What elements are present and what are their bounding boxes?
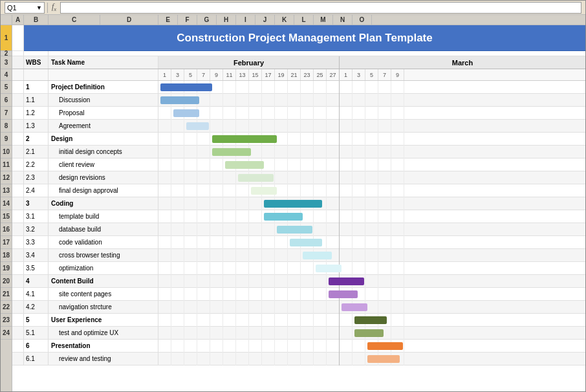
task-cell: Coding [49, 197, 158, 210]
row-num-11: 11 [1, 158, 12, 171]
gantt-row [158, 158, 585, 171]
task-cell: Design [49, 133, 158, 145]
day-cell-21: 21 [288, 69, 301, 80]
wbs-cell: 3 [24, 197, 49, 210]
name-box[interactable]: Q1 ▼ [5, 2, 45, 14]
table-row: 3.2database build [12, 223, 585, 236]
task-cell: final design approval [49, 184, 158, 197]
col-header-M[interactable]: M [314, 15, 333, 25]
row-num-13: 13 [1, 184, 12, 197]
formula-icon: fx [50, 2, 58, 12]
gantt-row [158, 249, 585, 262]
row-num-8: 8 [1, 120, 12, 133]
col-header-N[interactable]: N [333, 15, 353, 25]
task-cell: Content Build [49, 275, 158, 287]
row-num-5: 5 [1, 81, 12, 94]
task-cell: site content pages [49, 288, 158, 300]
task-cell: Proposal [49, 107, 158, 119]
col-header-L[interactable]: L [294, 15, 314, 25]
table-row: 4.2navigation strcture [12, 301, 585, 314]
wbs-cell: 4.2 [24, 301, 49, 313]
wbs-header: WBS [24, 56, 49, 69]
row-numbers: 1 2 3 4 5 6 7 8 9 10 11 12 13 14 15 16 1… [1, 25, 12, 391]
day-cell-23: 23 [301, 69, 314, 80]
table-row: 3.3code validation [12, 236, 585, 249]
col-header-H[interactable]: H [217, 15, 236, 25]
gantt-row [158, 288, 585, 301]
day-headers-row: 1 3 5 7 9 11 13 15 17 19 21 23 25 27 1 3… [12, 69, 585, 81]
gantt-bar [264, 213, 303, 221]
col-header-A[interactable]: A [12, 15, 24, 25]
wbs-cell: 2.1 [24, 146, 49, 158]
day-cell-13: 13 [236, 69, 249, 80]
table-row: 2.3design revisions [12, 171, 585, 184]
col-header-E[interactable]: E [158, 15, 178, 25]
gantt-row [158, 146, 585, 158]
col-header-I[interactable]: I [236, 15, 255, 25]
day-cell-3: 3 [171, 69, 184, 80]
row-num-4: 4 [1, 69, 12, 81]
col-header-O[interactable]: O [353, 15, 372, 25]
gantt-row [158, 301, 585, 314]
formula-divider [47, 3, 48, 13]
gantt-row [158, 94, 585, 107]
row-num-6: 6 [1, 94, 12, 107]
gantt-bar [367, 342, 403, 350]
row-num-7: 7 [1, 107, 12, 120]
dropdown-icon[interactable]: ▼ [36, 5, 42, 11]
corner-cell [1, 15, 12, 25]
task-cell: code validation [49, 236, 158, 248]
wbs-cell: 1.1 [24, 94, 49, 106]
row-num-9: 9 [1, 133, 12, 146]
table-row: 3Coding [12, 197, 585, 210]
table-row: 6.1review and testing [12, 353, 585, 365]
wbs-cell: 1.3 [24, 120, 49, 132]
excel-toolbar: Q1 ▼ fx [1, 1, 585, 15]
col-headers: A B C D E F G H I J K L M N O [1, 15, 585, 25]
day-cell-m3: 3 [353, 69, 365, 80]
wbs-cell: 3.3 [24, 236, 49, 248]
gantt-row [158, 210, 585, 223]
col-header-K[interactable]: K [275, 15, 294, 25]
gantt-bar [160, 83, 212, 91]
gantt-row [158, 327, 585, 340]
row-num-2: 2 [1, 51, 12, 56]
col-header-G[interactable]: G [197, 15, 217, 25]
row-num-19: 19 [1, 262, 12, 275]
gantt-row [158, 107, 585, 120]
task-cell: navigation strcture [49, 301, 158, 313]
table-row: 1.2Proposal [12, 107, 585, 120]
row-num-14: 14 [1, 197, 12, 210]
col-header-D[interactable]: D [100, 15, 158, 25]
task-cell: template build [49, 210, 158, 223]
gantt-bar [342, 303, 367, 311]
col-header-J[interactable]: J [255, 15, 275, 25]
gantt-bar [225, 161, 264, 169]
gantt-bar [354, 329, 384, 337]
task-header: Task Name [49, 56, 158, 69]
col-header-F[interactable]: F [178, 15, 197, 25]
spreadsheet-title: Construction Project Management Plan Tem… [24, 25, 585, 51]
col-header-B[interactable]: B [24, 15, 49, 25]
table-row: 2Design [12, 133, 585, 146]
col-header-C[interactable]: C [49, 15, 100, 25]
day-cell-m5: 5 [365, 69, 378, 80]
task-cell: cross browser testing [49, 249, 158, 261]
row-num-12: 12 [1, 171, 12, 184]
gantt-bar [316, 265, 342, 272]
march-header: March [340, 56, 585, 69]
wbs-cell: 4.1 [24, 288, 49, 300]
formula-bar[interactable] [60, 2, 581, 14]
task-cell: database build [49, 223, 158, 235]
table-row: 3.5optimization [12, 262, 585, 275]
wbs-cell: 5.1 [24, 327, 49, 339]
wbs-cell: 2.2 [24, 158, 49, 171]
gantt-bar [212, 135, 277, 143]
wbs-cell: 2.4 [24, 184, 49, 197]
table-row: 6Presentation [12, 340, 585, 353]
table-row: 1.1Discussion [12, 94, 585, 107]
task-cell: Project Definition [49, 81, 158, 93]
gantt-row [158, 340, 585, 353]
wbs-cell: 6.1 [24, 353, 49, 365]
gantt-row [158, 197, 585, 210]
